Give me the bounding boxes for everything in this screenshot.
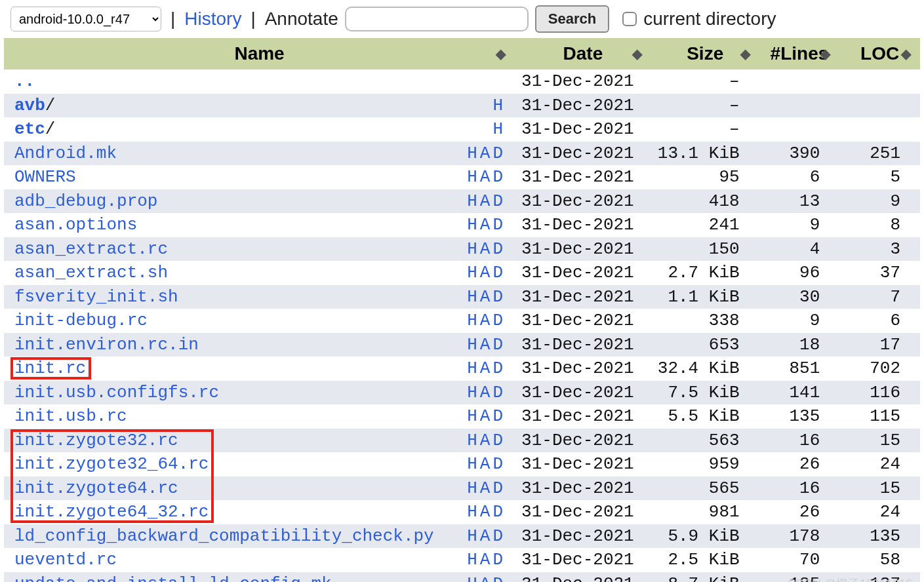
file-link[interactable]: etc bbox=[14, 119, 45, 139]
file-link[interactable]: fsverity_init.sh bbox=[14, 287, 178, 307]
had-link-h[interactable]: H bbox=[467, 263, 477, 282]
had-link-h[interactable]: H bbox=[467, 144, 477, 163]
file-link[interactable]: ueventd.rc bbox=[14, 550, 117, 570]
had-link-d[interactable]: D bbox=[492, 167, 503, 187]
had-link-h[interactable]: H bbox=[467, 406, 477, 426]
had-link-h[interactable]: H bbox=[467, 359, 477, 378]
file-link[interactable]: avb bbox=[14, 96, 45, 115]
file-link[interactable]: init.zygote64.rc bbox=[14, 478, 178, 498]
had-link-a[interactable]: A bbox=[480, 359, 491, 378]
had-link-d[interactable]: D bbox=[492, 263, 503, 282]
had-link-a[interactable]: A bbox=[480, 478, 491, 498]
had-link-h[interactable]: H bbox=[492, 96, 503, 115]
had-link-d[interactable]: D bbox=[492, 478, 503, 498]
had-link-d[interactable]: D bbox=[492, 144, 503, 163]
had-link-d[interactable]: D bbox=[492, 431, 503, 450]
had-link-d[interactable]: D bbox=[492, 502, 503, 522]
column-header-lines[interactable]: #Lines◆ bbox=[759, 38, 840, 69]
had-link-h[interactable]: H bbox=[467, 335, 477, 355]
name-cell: asan.options bbox=[4, 213, 443, 237]
had-link-h[interactable]: H bbox=[467, 478, 477, 498]
file-link[interactable]: init.zygote32.rc bbox=[14, 431, 178, 450]
had-link-d[interactable]: D bbox=[492, 574, 503, 583]
lines-cell: 26 bbox=[759, 452, 840, 476]
had-link-a[interactable]: A bbox=[480, 335, 491, 355]
file-link[interactable]: Android.mk bbox=[14, 144, 117, 163]
had-link-h[interactable]: H bbox=[467, 191, 477, 211]
had-link-d[interactable]: D bbox=[492, 550, 503, 570]
size-cell: 1.1 KiB bbox=[651, 285, 759, 309]
had-link-a[interactable]: A bbox=[480, 167, 491, 187]
had-link-d[interactable]: D bbox=[492, 191, 503, 211]
file-link[interactable]: adb_debug.prop bbox=[14, 191, 157, 211]
had-link-h[interactable]: H bbox=[467, 215, 477, 235]
file-link[interactable]: init.environ.rc.in bbox=[14, 335, 199, 355]
had-link-d[interactable]: D bbox=[492, 406, 503, 426]
file-link[interactable]: asan_extract.sh bbox=[14, 263, 168, 282]
had-link-d[interactable]: D bbox=[492, 526, 503, 546]
had-link-d[interactable]: D bbox=[492, 335, 503, 355]
had-link-d[interactable]: D bbox=[492, 239, 503, 259]
had-link-h[interactable]: H bbox=[467, 239, 477, 259]
loc-cell: 24 bbox=[839, 500, 920, 524]
current-directory-checkbox[interactable] bbox=[622, 12, 637, 26]
had-link-h[interactable]: H bbox=[467, 550, 477, 570]
had-link-a[interactable]: A bbox=[480, 191, 491, 211]
search-button[interactable]: Search bbox=[535, 5, 609, 33]
had-link-d[interactable]: D bbox=[492, 383, 503, 402]
had-link-h[interactable]: H bbox=[467, 431, 477, 450]
had-link-a[interactable]: A bbox=[480, 215, 491, 235]
file-link[interactable]: init.zygote32_64.rc bbox=[14, 454, 209, 474]
search-input[interactable] bbox=[345, 7, 529, 31]
had-link-h[interactable]: H bbox=[467, 526, 477, 546]
column-header-loc[interactable]: LOC◆ bbox=[839, 38, 920, 69]
had-link-d[interactable]: D bbox=[492, 359, 503, 378]
file-link[interactable]: asan.options bbox=[14, 215, 137, 235]
had-link-h[interactable]: H bbox=[467, 167, 477, 187]
size-cell: – bbox=[651, 94, 759, 118]
had-link-a[interactable]: A bbox=[480, 406, 491, 426]
history-link[interactable]: History bbox=[184, 9, 241, 29]
had-link-a[interactable]: A bbox=[480, 383, 491, 402]
had-link-a[interactable]: A bbox=[480, 239, 491, 259]
file-link[interactable]: .. bbox=[14, 71, 35, 91]
had-link-h[interactable]: H bbox=[467, 454, 477, 474]
had-link-h[interactable]: H bbox=[492, 119, 503, 139]
had-link-d[interactable]: D bbox=[492, 215, 503, 235]
file-link[interactable]: OWNERS bbox=[14, 167, 76, 187]
file-link[interactable]: init.zygote64_32.rc bbox=[14, 502, 209, 522]
file-link[interactable]: ld_config_backward_compatibility_check.p… bbox=[14, 526, 434, 546]
had-link-a[interactable]: A bbox=[480, 574, 491, 583]
column-header-date[interactable]: Date◆ bbox=[515, 38, 651, 69]
file-link[interactable]: init.rc bbox=[14, 359, 86, 378]
had-link-h[interactable]: H bbox=[467, 502, 477, 522]
file-link[interactable]: init.usb.rc bbox=[14, 406, 127, 426]
column-header-name[interactable]: Name◆ bbox=[4, 38, 515, 69]
had-link-h[interactable]: H bbox=[467, 574, 477, 583]
had-link-a[interactable]: A bbox=[480, 550, 491, 570]
had-link-a[interactable]: A bbox=[480, 502, 491, 522]
column-header-size[interactable]: Size◆ bbox=[651, 38, 759, 69]
had-cell: HAD bbox=[443, 500, 515, 524]
date-cell: 31-Dec-2021 bbox=[515, 548, 651, 572]
had-link-a[interactable]: A bbox=[480, 454, 491, 474]
had-link-a[interactable]: A bbox=[480, 144, 491, 163]
had-link-a[interactable]: A bbox=[480, 311, 491, 330]
had-link-a[interactable]: A bbox=[480, 431, 491, 450]
had-link-d[interactable]: D bbox=[492, 454, 503, 474]
date-cell: 31-Dec-2021 bbox=[515, 476, 651, 501]
file-link[interactable]: init.usb.configfs.rc bbox=[14, 383, 219, 402]
lines-cell: 141 bbox=[759, 381, 840, 405]
had-link-a[interactable]: A bbox=[480, 287, 491, 307]
had-link-a[interactable]: A bbox=[480, 263, 491, 282]
file-link[interactable]: asan_extract.rc bbox=[14, 239, 168, 259]
had-link-d[interactable]: D bbox=[492, 311, 503, 330]
had-link-d[interactable]: D bbox=[492, 287, 503, 307]
file-link[interactable]: update_and_install_ld_config.mk bbox=[14, 574, 332, 583]
had-link-a[interactable]: A bbox=[480, 526, 491, 546]
branch-select[interactable]: android-10.0.0_r47 bbox=[10, 7, 161, 31]
had-link-h[interactable]: H bbox=[467, 311, 477, 330]
had-link-h[interactable]: H bbox=[467, 287, 477, 307]
had-link-h[interactable]: H bbox=[467, 383, 477, 402]
file-link[interactable]: init-debug.rc bbox=[14, 311, 148, 330]
